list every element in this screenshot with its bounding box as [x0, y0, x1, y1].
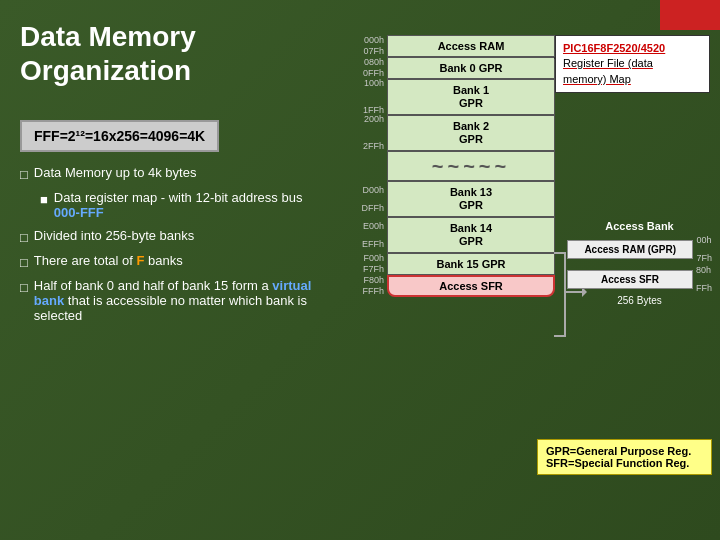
addr-d00h: D00h: [355, 181, 387, 199]
list-item: □ Half of bank 0 and half of bank 15 for…: [20, 278, 320, 323]
mem-row-bank1: 100h 1FFh Bank 1 GPR: [355, 79, 555, 115]
mem-row-bank13: D00h DFFh Bank 13 GPR: [355, 181, 555, 217]
mem-row-bank0: 080h 0FFh Bank 0 GPR: [355, 57, 555, 79]
slide: Data Memory Organization FFF=2¹²=16x256=…: [0, 0, 720, 540]
access-bank-title: Access Bank: [567, 220, 712, 232]
bullet-symbol: □: [20, 255, 28, 270]
addr-e00h: E00h: [355, 217, 387, 235]
addr-100h: 100h: [355, 79, 387, 97]
mem-row-bank15: F00h F7Fh Bank 15 GPR: [355, 253, 555, 275]
list-item: □ Divided into 256-byte banks: [20, 228, 320, 245]
addr-f00h: F00h: [355, 253, 387, 264]
access-sfr-block: Access SFR: [567, 270, 693, 289]
mem-row-access-ram: 000h 07Fh Access RAM: [355, 35, 555, 57]
addr-effh: EFFh: [355, 235, 387, 253]
list-item: □ There are total of F banks: [20, 253, 320, 270]
list-item: ■ Data register map - with 12-bit addres…: [40, 190, 320, 220]
addr-dffh: DFFh: [355, 199, 387, 217]
list-item: □ Data Memory up to 4k bytes: [20, 165, 320, 182]
bullet-list: □ Data Memory up to 4k bytes ■ Data regi…: [20, 165, 320, 331]
mem-row-bank14: E00h EFFh Bank 14 GPR: [355, 217, 555, 253]
fff-label: FFF=2¹²=16x256=4096=4K: [34, 128, 205, 144]
mem-row-access-sfr: F80h FFFh Access SFR: [355, 275, 555, 297]
addr-2ffh: 2FFh: [355, 133, 387, 151]
access-bank-bracket: [554, 252, 566, 337]
bullet-symbol: ■: [40, 192, 48, 207]
access-bank-ram-row: Access RAM (GPR) 00h 7Fh: [567, 235, 712, 263]
access-bank-sfr-row: Access SFR 80h FFh: [567, 265, 712, 293]
addr-200h: 200h: [355, 115, 387, 133]
bullet-text-3: There are total of F banks: [34, 253, 183, 268]
gpr-note-line2: SFR=Special Function Reg.: [546, 457, 703, 469]
memory-diagram: 000h 07Fh Access RAM 080h 0FFh Bank 0 GP…: [355, 35, 555, 297]
bullet-symbol: □: [20, 230, 28, 245]
block-bank15-gpr: Bank 15 GPR: [387, 253, 555, 275]
addr-07fh: 07Fh: [355, 46, 387, 57]
fff-box: FFF=2¹²=16x256=4096=4K: [20, 120, 219, 152]
pic-reference-box: PIC16F8F2520/4520 Register File (datamem…: [555, 35, 710, 93]
title-area: Data Memory Organization: [20, 20, 196, 87]
block-bank0-gpr: Bank 0 GPR: [387, 57, 555, 79]
block-bank13-gpr: Bank 13 GPR: [387, 181, 555, 217]
bullet-text-1: Data Memory up to 4k bytes: [34, 165, 197, 180]
bytes-label: 256 Bytes: [567, 295, 712, 306]
bullet-symbol: □: [20, 280, 28, 295]
addr-080h: 080h: [355, 57, 387, 68]
access-ram-addrs: 00h 7Fh: [693, 235, 712, 263]
addr-000h: 000h: [355, 35, 387, 46]
gpr-note-line1: GPR=General Purpose Reg.: [546, 445, 703, 457]
block-bank14-gpr: Bank 14 GPR: [387, 217, 555, 253]
pic-ref-text: PIC16F8F2520/4520 Register File (datamem…: [563, 41, 702, 87]
sub-bullet-text-1: Data register map - with 12-bit address …: [54, 190, 320, 220]
block-access-sfr: Access SFR: [387, 275, 555, 297]
gpr-sfr-note-box: GPR=General Purpose Reg. SFR=Special Fun…: [537, 439, 712, 475]
bullet-text-4: Half of bank 0 and half of bank 15 form …: [34, 278, 320, 323]
access-bank-box: Access Bank Access RAM (GPR) 00h 7Fh Acc…: [567, 220, 712, 306]
mem-row-dots: ~~~~~: [355, 151, 555, 181]
addr-1ffh: 1FFh: [355, 97, 387, 115]
addr-f80h: F80h: [355, 275, 387, 286]
bullet-text-2: Divided into 256-byte banks: [34, 228, 194, 243]
bullet-symbol: □: [20, 167, 28, 182]
block-access-ram: Access RAM: [387, 35, 555, 57]
corner-accent: [660, 0, 720, 30]
block-bank1-gpr: Bank 1 GPR: [387, 79, 555, 115]
access-sfr-addrs: 80h FFh: [693, 265, 712, 293]
access-ram-gpr-block: Access RAM (GPR): [567, 240, 693, 259]
addr-f7fh: F7Fh: [355, 264, 387, 275]
addr-fffh: FFFh: [355, 286, 387, 297]
mem-row-bank2: 200h 2FFh Bank 2 GPR: [355, 115, 555, 151]
block-bank2-gpr: Bank 2 GPR: [387, 115, 555, 151]
slide-title: Data Memory Organization: [20, 20, 196, 87]
block-dots: ~~~~~: [387, 151, 555, 181]
